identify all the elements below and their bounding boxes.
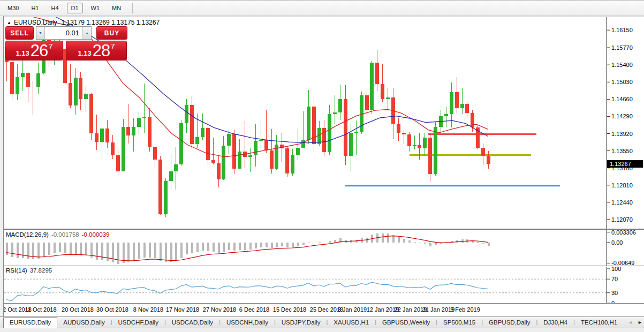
volume-increase-icon[interactable]: ▲ bbox=[82, 27, 91, 39]
tab-eurusd-daily[interactable]: EURUSD,Daily bbox=[3, 317, 57, 328]
volume-input[interactable]: 0.01 bbox=[45, 27, 82, 39]
svg-text:0: 0 bbox=[611, 300, 615, 304]
svg-text:1.12440: 1.12440 bbox=[611, 199, 633, 206]
volume-stepper: ▼ 0.01 ▲ bbox=[36, 26, 92, 40]
svg-text:-0.00649: -0.00649 bbox=[611, 260, 634, 266]
svg-text:6 Dec 2018: 6 Dec 2018 bbox=[239, 306, 269, 313]
svg-text:3 Jan 2019: 3 Jan 2019 bbox=[338, 306, 367, 313]
svg-text:100: 100 bbox=[611, 267, 621, 272]
buy-price-sup: 7 bbox=[110, 42, 115, 51]
tab-audusd-daily[interactable]: AUDUSD,Daily bbox=[57, 318, 110, 328]
svg-text:1.13267: 1.13267 bbox=[610, 161, 631, 167]
rsi-indicator-panel[interactable]: 10070300 bbox=[0, 267, 644, 304]
tab-scroll-right-icon[interactable]: ► bbox=[638, 320, 642, 325]
tab-usdcnh-daily[interactable]: USDCNH,Daily bbox=[221, 318, 274, 328]
svg-text:1.13550: 1.13550 bbox=[611, 148, 633, 154]
tab-tech100-h1[interactable]: TECH100,H1 bbox=[575, 318, 623, 328]
timeframe-button-w1[interactable]: W1 bbox=[87, 3, 104, 13]
tab-dj30-h4[interactable]: DJ30,H4 bbox=[537, 318, 573, 328]
svg-text:17 Nov 2018: 17 Nov 2018 bbox=[166, 306, 199, 313]
volume-decrease-icon[interactable]: ▼ bbox=[36, 27, 45, 39]
timeframe-toolbar: M30H1H4D1W1MN bbox=[0, 0, 644, 16]
svg-text:0.003306: 0.003306 bbox=[611, 229, 636, 236]
svg-text:20 Oct 2018: 20 Oct 2018 bbox=[62, 306, 94, 313]
svg-text:0.00: 0.00 bbox=[611, 239, 623, 246]
sell-price-big: 26 bbox=[31, 42, 48, 59]
chart-title: ▲EURUSD,Daily1.13179 1.13269 1.13175 1.1… bbox=[7, 19, 160, 26]
tab-scroll-controls: ◄ ► bbox=[628, 317, 642, 328]
sell-price-sup: 7 bbox=[48, 42, 52, 51]
svg-text:1.15030: 1.15030 bbox=[611, 79, 633, 85]
svg-text:11 Oct 2018: 11 Oct 2018 bbox=[25, 306, 56, 313]
chart-window: 1.161501.157701.154001.150301.146601.142… bbox=[0, 16, 644, 316]
svg-text:1.12070: 1.12070 bbox=[611, 216, 633, 223]
buy-price-tile[interactable]: 1.13287 bbox=[66, 41, 127, 61]
svg-text:1.15770: 1.15770 bbox=[611, 44, 633, 51]
time-axis: 2 Oct 201811 Oct 201820 Oct 201830 Oct 2… bbox=[0, 304, 644, 316]
bottom-strip bbox=[0, 329, 644, 332]
timeframe-button-h1[interactable]: H1 bbox=[27, 3, 43, 13]
buy-price-big: 28 bbox=[93, 42, 110, 59]
timeframe-button-d1[interactable]: D1 bbox=[67, 3, 83, 13]
rsi-value: 37.8295 bbox=[30, 267, 52, 274]
rsi-title: RSI(14)37.8295 bbox=[6, 267, 52, 274]
tab-sp500-m15[interactable]: SP500,M15 bbox=[437, 318, 481, 328]
macd-signal-value: -0.000039 bbox=[82, 231, 110, 238]
macd-title: MACD(12,26,9)-0.001758-0.000039 bbox=[6, 231, 109, 238]
buy-button[interactable]: BUY bbox=[96, 26, 127, 40]
svg-text:1.15400: 1.15400 bbox=[611, 62, 633, 68]
macd-indicator-name: MACD(12,26,9) bbox=[6, 231, 49, 238]
svg-text:1.16150: 1.16150 bbox=[611, 27, 633, 33]
tab-usdjpy-daily[interactable]: USDJPY,Daily bbox=[276, 318, 327, 328]
svg-text:1.14660: 1.14660 bbox=[611, 96, 633, 102]
svg-text:1.13920: 1.13920 bbox=[611, 131, 633, 137]
tab-gbpusd-weekly[interactable]: GBPUSD,Weekly bbox=[376, 318, 436, 328]
tab-usdchf-daily[interactable]: USDCHF,Daily bbox=[112, 318, 164, 328]
svg-text:15 Dec 2018: 15 Dec 2018 bbox=[273, 306, 306, 313]
tab-usdcad-daily[interactable]: USDCAD,Daily bbox=[166, 318, 219, 328]
svg-text:30: 30 bbox=[611, 290, 618, 296]
collapse-triangle-icon[interactable]: ▲ bbox=[7, 20, 11, 25]
tab-xauusd-h1[interactable]: XAUUSD,H1 bbox=[328, 318, 375, 328]
tab-scroll-left-icon[interactable]: ◄ bbox=[628, 320, 633, 325]
buy-price-prefix: 1.13 bbox=[78, 49, 91, 57]
macd-main-value: -0.001758 bbox=[51, 231, 79, 238]
svg-text:30 Oct 2018: 30 Oct 2018 bbox=[96, 306, 128, 313]
one-click-trade-widget: SELL ▼ 0.01 ▲ BUY 1.13267 1.13287 bbox=[5, 26, 127, 61]
svg-text:1.14290: 1.14290 bbox=[611, 113, 633, 119]
current-price-tag: 1.13267 bbox=[607, 160, 643, 168]
svg-text:9 Feb 2019: 9 Feb 2019 bbox=[450, 306, 480, 313]
svg-text:1.12810: 1.12810 bbox=[611, 182, 633, 188]
chart-window-left-frame bbox=[0, 16, 4, 316]
date-axis-labels: 2 Oct 201811 Oct 201820 Oct 201830 Oct 2… bbox=[3, 306, 480, 313]
symbol-tab-bar: EURUSD,DailyAUDUSD,Daily|USDCHF,Daily|US… bbox=[0, 316, 644, 328]
svg-text:27 Nov 2018: 27 Nov 2018 bbox=[203, 306, 236, 313]
rsi-indicator-name: RSI(14) bbox=[6, 267, 27, 274]
chart-ohlc-quote: 1.13179 1.13269 1.13175 1.13267 bbox=[62, 19, 160, 26]
timeframe-button-m30[interactable]: M30 bbox=[3, 3, 23, 13]
sell-price-tile[interactable]: 1.13267 bbox=[5, 41, 63, 61]
sell-button[interactable]: SELL bbox=[5, 26, 34, 40]
sell-price-prefix: 1.13 bbox=[16, 49, 29, 57]
tab-gbpusd-daily[interactable]: GBPUSD,Daily bbox=[483, 318, 536, 328]
toolbar-separator bbox=[132, 3, 133, 13]
chart-symbol-period: EURUSD,Daily bbox=[14, 19, 57, 26]
timeframe-button-mn[interactable]: MN bbox=[108, 3, 125, 13]
svg-text:70: 70 bbox=[611, 276, 618, 282]
timeframe-button-h4[interactable]: H4 bbox=[47, 3, 63, 13]
svg-text:8 Nov 2018: 8 Nov 2018 bbox=[133, 306, 163, 313]
